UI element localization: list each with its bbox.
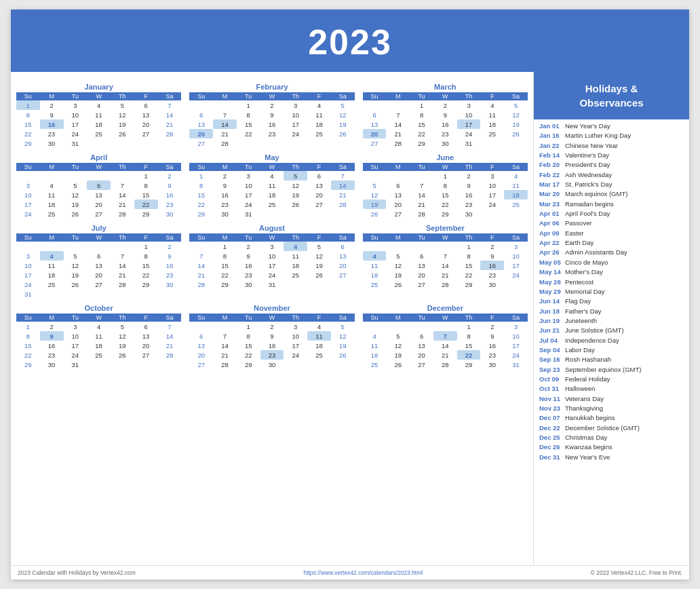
empty-cell [189,322,213,331]
day-header: Th [111,314,134,322]
day-cell: 8 [237,110,260,119]
day-cell: 19 [363,200,387,209]
day-cell: 21 [213,350,237,360]
day-header: Tu [237,233,260,242]
day-header: W [87,314,111,322]
empty-cell [158,289,182,299]
day-cell: 15 [189,190,213,200]
day-header: Sa [331,314,355,322]
day-cell: 20 [386,200,410,209]
day-cell: 10 [504,331,528,341]
day-cell: 30 [260,360,284,369]
day-header: F [480,314,504,322]
day-cell: 3 [260,242,284,251]
day-cell: 7 [213,331,237,341]
day-cell: 15 [410,119,433,129]
holiday-item: Feb 22Ash Wednesday [539,171,684,179]
holiday-date: Apr 01 [539,210,565,218]
empty-cell [87,360,111,369]
day-cell: 8 [16,331,40,341]
day-cell: 29 [16,360,40,369]
day-header: Tu [237,163,260,171]
day-header: Sa [504,92,528,100]
day-cell: 10 [260,251,284,261]
month-may: MaySuMTuWThFSa12345678910111213141516171… [189,153,354,218]
day-cell: 12 [307,251,331,261]
holiday-item: Jun 21June Solstice (GMT) [539,326,684,335]
day-cell: 6 [307,171,331,180]
day-cell: 1 [134,171,158,180]
day-cell: 2 [433,100,457,110]
empty-cell [40,171,64,180]
holiday-name: Labor Day [565,346,595,354]
day-cell: 2 [213,171,237,180]
day-cell: 20 [189,129,213,138]
month-september: SeptemberSuMTuWThFSa12345678910111213141… [363,224,528,299]
day-cell: 29 [237,360,260,369]
day-cell: 14 [213,341,237,350]
day-cell: 16 [158,261,182,270]
holiday-item: Dec 22December Solstice (GMT) [539,424,684,432]
day-cell: 4 [307,100,331,110]
empty-cell [64,242,88,251]
empty-cell [237,138,260,148]
day-cell: 17 [64,119,88,129]
day-cell: 16 [158,190,182,200]
day-header: Sa [504,314,528,322]
day-cell: 11 [87,331,111,341]
day-cell: 23 [260,129,284,138]
holiday-date: Apr 22 [539,239,565,247]
day-cell: 20 [363,129,387,138]
day-cell: 27 [134,129,158,138]
holiday-name: Ash Wednesday [565,171,612,179]
day-cell: 17 [260,261,284,270]
day-header: F [307,163,331,171]
holiday-item: May 05Cinco de Mayo [539,259,684,267]
month-december: DecemberSuMTuWThFSa123456789101112131415… [363,304,528,369]
day-cell: 8 [457,331,481,341]
day-cell: 26 [307,270,331,280]
day-cell: 19 [386,270,410,280]
holiday-date: Apr 09 [539,229,565,238]
day-cell: 15 [134,261,158,270]
day-cell: 28 [213,360,237,369]
day-cell: 27 [410,360,433,369]
month-title: January [16,83,181,91]
day-cell: 8 [16,110,40,119]
day-cell: 21 [386,129,410,138]
day-cell: 1 [189,171,213,180]
day-cell: 23 [433,129,457,138]
day-header: Su [189,163,213,171]
month-title: May [189,153,354,162]
day-cell: 14 [331,180,355,190]
day-cell: 23 [158,200,182,209]
day-cell: 8 [189,180,213,190]
day-cell: 4 [307,322,331,331]
day-cell: 3 [504,242,528,251]
day-cell: 27 [307,200,331,209]
day-cell: 27 [87,209,111,218]
day-cell: 3 [504,322,528,331]
day-cell: 26 [64,280,88,289]
day-header: W [260,163,284,171]
day-cell: 20 [331,261,355,270]
day-header: Tu [237,314,260,322]
day-header: Su [363,314,387,322]
holiday-item: Nov 23Thanksgiving [539,404,684,413]
day-cell: 2 [40,100,64,110]
holiday-name: Flag Day [565,297,591,305]
day-cell: 17 [64,341,88,350]
holiday-date: Apr 06 [539,219,565,227]
day-cell: 30 [480,360,504,369]
holiday-name: New Year's Eve [565,453,610,461]
day-cell: 24 [457,129,481,138]
day-header: Th [457,314,481,322]
day-cell: 31 [457,138,481,148]
day-cell: 25 [363,360,387,369]
empty-cell [386,171,410,180]
day-cell: 24 [16,209,40,218]
day-cell: 22 [189,200,213,209]
holiday-date: Dec 25 [539,434,565,442]
day-cell: 24 [504,270,528,280]
empty-cell [134,138,158,148]
